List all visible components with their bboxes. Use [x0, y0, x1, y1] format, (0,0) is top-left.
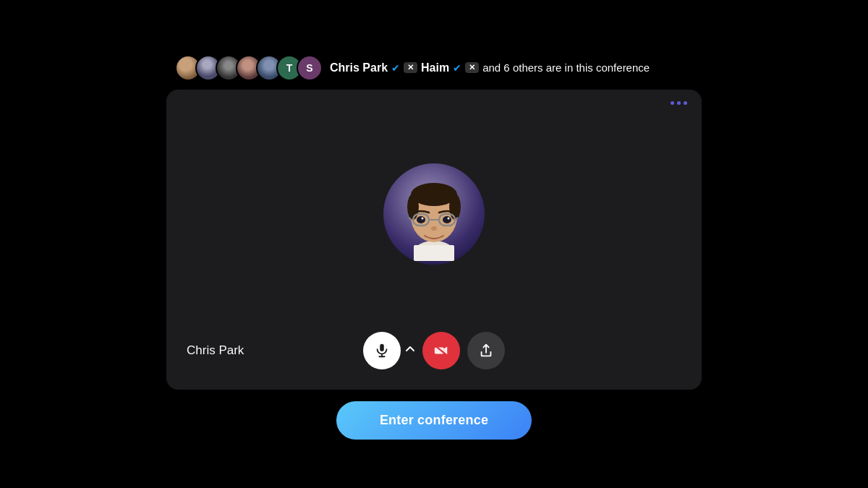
- svg-point-12: [417, 216, 425, 223]
- svg-rect-17: [380, 343, 384, 351]
- mic-chevron-button[interactable]: [405, 344, 415, 356]
- svg-point-14: [422, 218, 424, 220]
- svg-point-6: [449, 194, 461, 220]
- video-off-icon: [433, 343, 449, 359]
- user-avatar-area: [166, 90, 702, 332]
- dot-1: [671, 101, 674, 105]
- host-name-1: Chris Park: [330, 61, 388, 74]
- dot-2: [677, 101, 681, 105]
- svg-point-13: [443, 216, 451, 223]
- header-text: Chris Park ✔ ✕ Haim ✔ ✕ and 6 others are…: [330, 61, 650, 74]
- conference-wrapper: T S Chris Park ✔ ✕ Haim ✔ ✕ and 6 others…: [166, 49, 702, 440]
- controls-buttons: [363, 332, 505, 369]
- mic-button[interactable]: [363, 332, 401, 369]
- verified-icon-2: ✔: [453, 62, 461, 74]
- svg-rect-1: [414, 245, 454, 261]
- controls-row: Chris Park: [166, 332, 702, 369]
- avatar-stack: T S: [175, 55, 323, 81]
- x-badge-2: ✕: [465, 62, 479, 73]
- mic-icon: [374, 343, 390, 359]
- more-options-button[interactable]: [671, 101, 687, 105]
- svg-point-5: [407, 194, 419, 220]
- avatar-participant-s: S: [297, 55, 323, 81]
- user-name-label: Chris Park: [187, 343, 244, 358]
- svg-point-15: [448, 218, 450, 220]
- share-icon: [478, 343, 494, 359]
- user-avatar-circle: [383, 163, 485, 265]
- share-button[interactable]: [467, 332, 505, 369]
- svg-point-16: [431, 226, 437, 231]
- dot-3: [684, 101, 687, 105]
- chevron-up-icon: [405, 344, 415, 354]
- header-bar: T S Chris Park ✔ ✕ Haim ✔ ✕ and 6 others…: [166, 49, 702, 87]
- enter-conference-button[interactable]: Enter conference: [336, 401, 532, 440]
- header-suffix: and 6 others are in this conference: [482, 61, 650, 74]
- conference-card: Chris Park: [166, 90, 702, 390]
- x-badge-1: ✕: [404, 62, 417, 73]
- video-off-button[interactable]: [422, 332, 460, 369]
- user-face-svg: [387, 167, 481, 261]
- verified-icon-1: ✔: [391, 62, 400, 74]
- host-name-2: Haim: [421, 61, 449, 74]
